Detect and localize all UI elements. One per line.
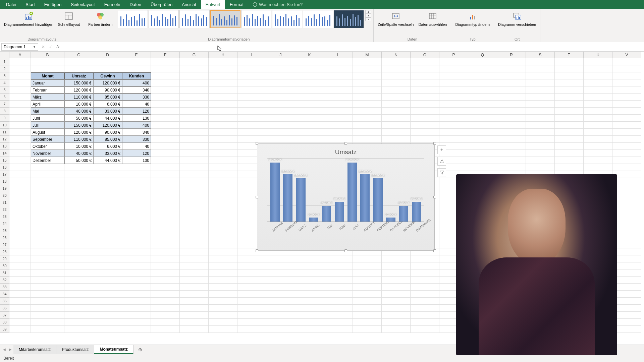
cell-A35[interactable]: [9, 298, 31, 305]
cell-E18[interactable]: [122, 178, 151, 185]
chart-style-2[interactable]: [149, 10, 179, 28]
cell-I38[interactable]: [237, 319, 266, 326]
cell-Q1[interactable]: [468, 58, 497, 65]
cell-V15[interactable]: [612, 157, 641, 164]
cell-C5[interactable]: 120.000 €: [64, 86, 93, 94]
cell-S4[interactable]: [526, 79, 555, 86]
column-header-P[interactable]: P: [439, 52, 468, 58]
chart-style-1[interactable]: [118, 10, 148, 28]
cell-H33[interactable]: [209, 284, 237, 291]
row-header-37[interactable]: 37: [0, 312, 9, 319]
cell-R8[interactable]: [497, 108, 526, 115]
cell-H20[interactable]: [209, 192, 237, 199]
add-chart-element-button[interactable]: Diagrammelement hinzufügen: [2, 10, 55, 27]
cell-C30[interactable]: [64, 262, 93, 269]
cell-F2[interactable]: [151, 65, 180, 72]
cell-I37[interactable]: [237, 312, 266, 319]
cell-I6[interactable]: [237, 94, 266, 101]
cell-K3[interactable]: [295, 72, 324, 79]
row-header-19[interactable]: 19: [0, 185, 9, 192]
cell-L30[interactable]: [324, 262, 353, 269]
cell-H3[interactable]: [209, 72, 237, 79]
cell-H8[interactable]: [209, 108, 237, 115]
cell-S13[interactable]: [526, 143, 555, 150]
cell-A14[interactable]: [9, 150, 31, 157]
cell-B17[interactable]: [31, 171, 64, 178]
cell-B7[interactable]: April: [31, 101, 64, 108]
cell-H30[interactable]: [209, 262, 237, 269]
cell-D6[interactable]: 85.000 €: [93, 94, 122, 101]
cell-H6[interactable]: [209, 94, 237, 101]
cell-K39[interactable]: [295, 326, 324, 333]
cell-R13[interactable]: [497, 143, 526, 150]
cell-F11[interactable]: [151, 129, 180, 136]
cell-C22[interactable]: [64, 206, 93, 213]
column-header-B[interactable]: B: [31, 52, 64, 58]
cell-Q7[interactable]: [468, 101, 497, 108]
ribbon-tab-format[interactable]: Format: [225, 0, 248, 9]
cell-T2[interactable]: [555, 65, 584, 72]
cell-H13[interactable]: [209, 143, 237, 150]
cell-B15[interactable]: Dezember: [31, 157, 64, 164]
cell-F34[interactable]: [151, 291, 180, 298]
cell-E3[interactable]: Kunden: [122, 72, 151, 79]
cell-F37[interactable]: [151, 312, 180, 319]
cell-R2[interactable]: [497, 65, 526, 72]
cell-C35[interactable]: [64, 298, 93, 305]
cell-G22[interactable]: [180, 206, 209, 213]
cell-M11[interactable]: [353, 129, 382, 136]
cell-A21[interactable]: [9, 199, 31, 206]
cell-V8[interactable]: [612, 108, 641, 115]
cell-U3[interactable]: [584, 72, 612, 79]
cell-P5[interactable]: [439, 86, 468, 94]
row-header-26[interactable]: 26: [0, 234, 9, 241]
cell-B36[interactable]: [31, 305, 64, 312]
cell-J32[interactable]: [266, 277, 295, 284]
cell-V5[interactable]: [612, 86, 641, 94]
cell-K9[interactable]: [295, 115, 324, 122]
cell-N2[interactable]: [382, 65, 411, 72]
row-header-28[interactable]: 28: [0, 248, 9, 255]
cell-H11[interactable]: [209, 129, 237, 136]
cell-F7[interactable]: [151, 101, 180, 108]
column-header-N[interactable]: N: [382, 52, 411, 58]
cell-H29[interactable]: [209, 255, 237, 262]
cell-L39[interactable]: [324, 326, 353, 333]
formula-enter-button[interactable]: ✓: [47, 43, 54, 51]
cell-J6[interactable]: [266, 94, 295, 101]
row-header-5[interactable]: 5: [0, 86, 9, 94]
cell-C13[interactable]: 10.000 €: [64, 143, 93, 150]
cell-L12[interactable]: [324, 136, 353, 143]
cell-S5[interactable]: [526, 86, 555, 94]
cell-F1[interactable]: [151, 58, 180, 65]
cell-N1[interactable]: [382, 58, 411, 65]
chart-style-7[interactable]: [303, 10, 333, 28]
cell-J8[interactable]: [266, 108, 295, 115]
cell-H16[interactable]: [209, 164, 237, 171]
cell-B3[interactable]: Monat: [31, 72, 64, 79]
cell-A10[interactable]: [9, 122, 31, 129]
cell-D3[interactable]: Gewinn: [93, 72, 122, 79]
cell-K7[interactable]: [295, 101, 324, 108]
cell-U8[interactable]: [584, 108, 612, 115]
column-header-L[interactable]: L: [324, 52, 353, 58]
cell-C7[interactable]: 10.000 €: [64, 101, 93, 108]
cell-B20[interactable]: [31, 192, 64, 199]
cell-Q12[interactable]: [468, 136, 497, 143]
cell-N31[interactable]: [382, 269, 411, 277]
cell-J29[interactable]: [266, 255, 295, 262]
cell-L4[interactable]: [324, 79, 353, 86]
cell-A17[interactable]: [9, 171, 31, 178]
cell-F14[interactable]: [151, 150, 180, 157]
cell-K33[interactable]: [295, 284, 324, 291]
cell-L1[interactable]: [324, 58, 353, 65]
cell-F10[interactable]: [151, 122, 180, 129]
column-header-F[interactable]: F: [151, 52, 180, 58]
cell-B5[interactable]: Februar: [31, 86, 64, 94]
cell-N32[interactable]: [382, 277, 411, 284]
cell-U1[interactable]: [584, 58, 612, 65]
cell-J38[interactable]: [266, 319, 295, 326]
cell-E21[interactable]: [122, 199, 151, 206]
cell-H34[interactable]: [209, 291, 237, 298]
cell-J2[interactable]: [266, 65, 295, 72]
